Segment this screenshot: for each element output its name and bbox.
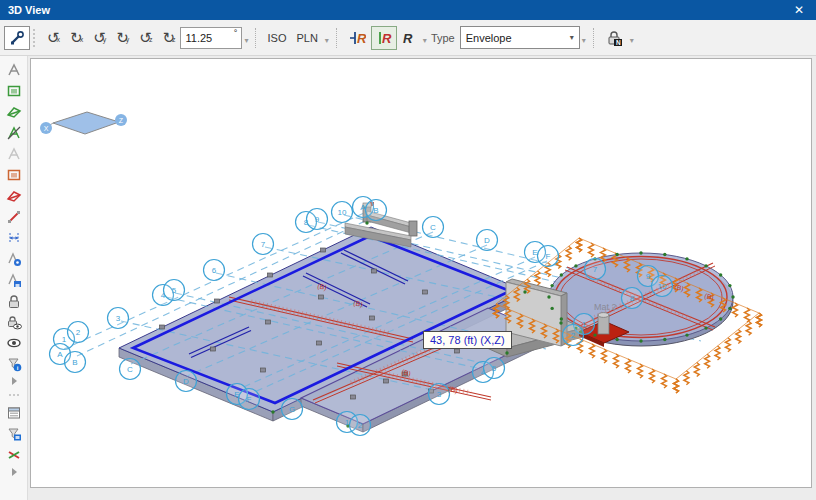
- show-frames-icon[interactable]: [3, 60, 24, 79]
- show-hide-objects-icon[interactable]: [3, 333, 24, 352]
- svg-text:N: N: [616, 39, 621, 46]
- grid-bubble: F: [538, 246, 559, 267]
- extrude-dropdown-icon[interactable]: ▾: [421, 36, 429, 45]
- lock-display-icon[interactable]: [3, 312, 24, 331]
- close-icon[interactable]: ✕: [790, 3, 808, 17]
- chevron-down-icon: ▾: [570, 33, 574, 42]
- rotate-cw-z-button[interactable]: ↻z: [157, 26, 180, 50]
- rotate-cw-y-button[interactable]: ↻y: [111, 26, 134, 50]
- save-view-icon[interactable]: [3, 270, 24, 289]
- svg-text:Z: Z: [119, 117, 124, 124]
- grid-bubble: 10: [652, 276, 673, 297]
- filter-tables-icon[interactable]: [3, 424, 24, 443]
- object-settings-icon[interactable]: [3, 249, 24, 268]
- window-title: 3D View: [8, 4, 50, 16]
- toolbar-separator: [593, 28, 595, 48]
- svg-text:F: F: [546, 252, 551, 261]
- toolbar-grip: [33, 29, 39, 47]
- svg-text:D: D: [183, 377, 189, 386]
- grid-bubble: 9: [307, 209, 328, 230]
- degree-symbol: °: [234, 28, 238, 38]
- frames-disabled-icon[interactable]: [3, 144, 24, 163]
- type-dropdown-icon[interactable]: ▾: [580, 36, 588, 45]
- lock-north-button[interactable]: N: [600, 26, 628, 50]
- grid-bubble: 3: [429, 384, 450, 405]
- viewport-3d[interactable]: X Z 12AB345678910ABCDEFCDEFG123457910812…: [30, 58, 812, 488]
- grid-bubble: F: [239, 389, 260, 410]
- show-tables-icon[interactable]: [3, 403, 24, 422]
- svg-text:2: 2: [571, 331, 576, 340]
- draw-area-icon[interactable]: [3, 102, 24, 121]
- svg-text:C: C: [430, 223, 436, 232]
- section-cut-icon[interactable]: [3, 445, 24, 464]
- properties-wrench-button[interactable]: [4, 26, 30, 50]
- view-iso-button[interactable]: ISO: [262, 26, 291, 50]
- svg-text:6: 6: [212, 266, 217, 275]
- extrude-frames-left-icon: R: [348, 30, 366, 46]
- lock-model-icon[interactable]: [3, 291, 24, 310]
- rotate-ccw-y-button[interactable]: ↺y: [88, 26, 111, 50]
- remove-line-icon[interactable]: [3, 207, 24, 226]
- svg-text:10: 10: [658, 282, 667, 291]
- svg-text:2: 2: [358, 421, 363, 430]
- app-window: 3D View ✕ ↺x↻x↺y↻y↺z↻z 11.25 ° ▾ ISO PLN…: [0, 0, 816, 500]
- grid-bubble: D: [176, 371, 197, 392]
- side-toolbar: i: [0, 56, 28, 500]
- dimension-lines-icon[interactable]: [3, 228, 24, 247]
- window-titlebar: 3D View ✕: [0, 0, 816, 20]
- toolbar: ↺x↻x↺y↻y↺z↻z 11.25 ° ▾ ISO PLN ▾ R R R: [0, 20, 816, 56]
- plane-axis-widget: X Z: [40, 112, 127, 134]
- type-select-value: Envelope: [466, 32, 512, 44]
- grid-bubble: 2: [563, 325, 584, 346]
- more-tools-arrow-icon[interactable]: [3, 375, 24, 387]
- grid-bubble: 6: [204, 260, 225, 281]
- svg-text:9: 9: [315, 215, 320, 224]
- rotation-angle-input[interactable]: 11.25 °: [180, 27, 242, 49]
- wrench-icon: [9, 30, 25, 46]
- extrude-frames-active-button[interactable]: R: [371, 26, 397, 50]
- svg-text:C: C: [127, 365, 133, 374]
- svg-text:X: X: [44, 125, 49, 132]
- view-dropdown-icon[interactable]: ▾: [323, 36, 331, 45]
- svg-text:F: F: [247, 395, 252, 404]
- svg-text:7: 7: [593, 265, 598, 274]
- svg-text:5: 5: [492, 364, 497, 373]
- svg-text:9: 9: [646, 272, 651, 281]
- rotate-ccw-x-button[interactable]: ↺x: [42, 26, 65, 50]
- grid-bubble: G: [282, 399, 303, 420]
- draw-frame-icon[interactable]: [3, 123, 24, 142]
- extrude-frames-plain-icon: R: [402, 30, 416, 46]
- grid-bubble: D: [477, 230, 498, 251]
- coordinate-tooltip: 43, 78 (ft) (X,Z): [423, 331, 512, 349]
- grid-bubble: B: [366, 200, 387, 221]
- toolbar-separator: [255, 28, 257, 48]
- angle-dropdown-icon[interactable]: ▾: [242, 36, 250, 45]
- lock-dropdown-icon[interactable]: ▾: [628, 36, 636, 45]
- filter-info-icon[interactable]: i: [3, 354, 24, 373]
- grid-bubble: 7: [253, 234, 274, 255]
- svg-text:R: R: [403, 31, 413, 46]
- extrude-frames-plain-button[interactable]: R: [397, 26, 421, 50]
- extrude-frames-active-icon: R: [376, 30, 392, 46]
- mat-label: Mat 2: [594, 302, 617, 312]
- grid-bubble: 8: [622, 288, 643, 309]
- rotate-cw-x-button[interactable]: ↻x: [65, 26, 88, 50]
- extrude-frames-left-button[interactable]: R: [343, 26, 371, 50]
- show-slabs-icon[interactable]: [3, 81, 24, 100]
- svg-text:3: 3: [116, 314, 121, 323]
- more-display-arrow-icon[interactable]: [3, 466, 24, 478]
- svg-text:G: G: [289, 405, 295, 414]
- rotate-ccw-z-button[interactable]: ↺z: [134, 26, 157, 50]
- svg-text:3: 3: [437, 390, 442, 399]
- remove-area-icon[interactable]: [3, 186, 24, 205]
- svg-text:R: R: [382, 31, 392, 46]
- svg-text:2: 2: [76, 328, 81, 337]
- grid-bubble: 5: [164, 280, 185, 301]
- type-label: Type: [431, 32, 455, 44]
- type-select[interactable]: Envelope ▾: [460, 26, 580, 49]
- view-plan-button[interactable]: PLN: [291, 26, 322, 50]
- toolbar-separator: [336, 28, 338, 48]
- model-scene: X Z 12AB345678910ABCDEFCDEFG123457910812…: [31, 59, 811, 487]
- grid-bubble: C: [423, 217, 444, 238]
- remove-slab-icon[interactable]: [3, 165, 24, 184]
